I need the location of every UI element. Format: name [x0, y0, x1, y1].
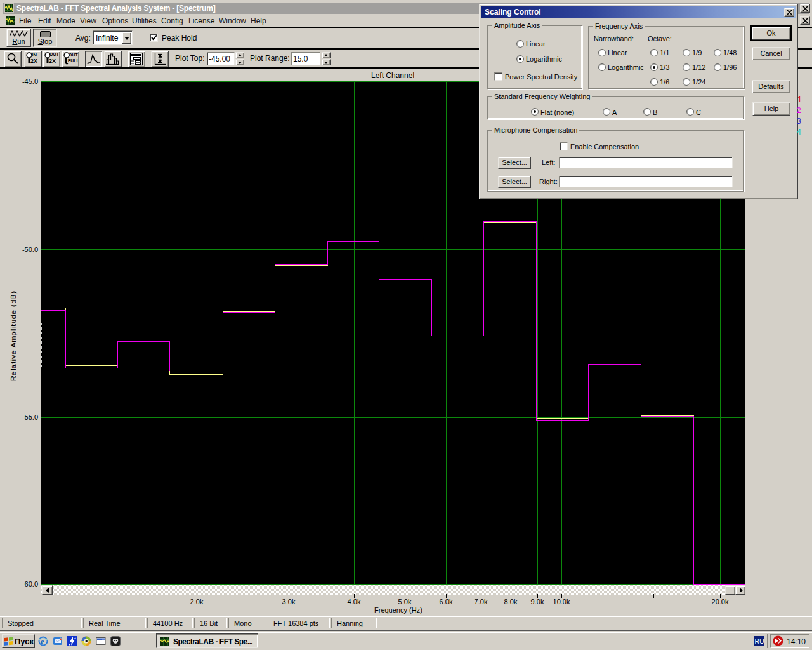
svg-text:e: e	[41, 637, 44, 646]
